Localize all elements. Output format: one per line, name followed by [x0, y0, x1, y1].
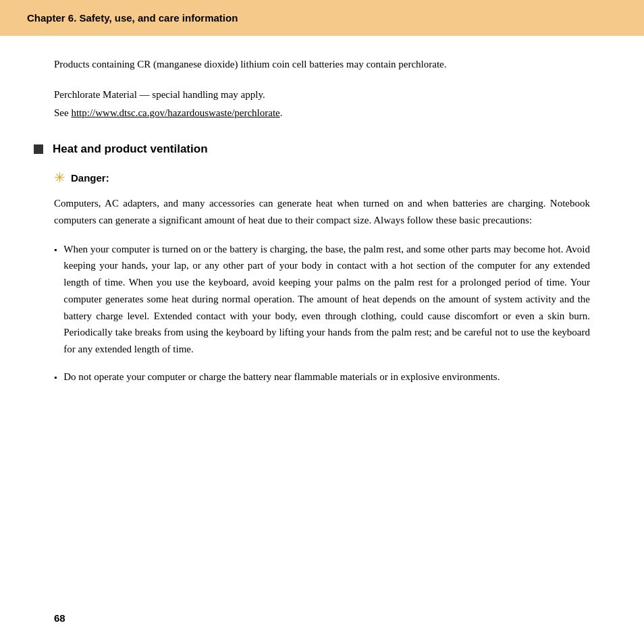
section-heading-text: Heat and product ventilation — [53, 142, 208, 156]
danger-block: ✳ Danger: — [54, 169, 590, 186]
danger-label: Danger: — [71, 172, 109, 184]
bullet-marker-1: ▪ — [54, 244, 57, 257]
perchlorate-line1: Perchlorate Material — special handling … — [54, 89, 265, 100]
page-wrapper: Chapter 6. Safety, use, and care informa… — [0, 0, 644, 644]
page-number: 68 — [54, 612, 65, 624]
bullet-text-1: When your computer is turned on or the b… — [63, 241, 590, 358]
perchlorate-link[interactable]: http://www.dtsc.ca.gov/hazardouswaste/pe… — [71, 107, 279, 118]
bullet-item-2: ▪ Do not operate your computer or charge… — [54, 369, 590, 385]
bullet-list: ▪ When your computer is turned on or the… — [54, 241, 590, 385]
perchlorate-paragraph: Perchlorate Material — special handling … — [54, 86, 590, 122]
danger-paragraph: Computers, AC adapters, and many accesso… — [54, 195, 590, 229]
danger-star-icon: ✳ — [54, 169, 65, 186]
section-square-icon — [34, 144, 43, 154]
intro-paragraph-1: Products containing CR (manganese dioxid… — [54, 56, 590, 72]
section-heading: Heat and product ventilation — [34, 142, 590, 156]
perchlorate-see: See — [54, 107, 71, 118]
perchlorate-end: . — [280, 107, 283, 118]
content-area: Products containing CR (manganese dioxid… — [0, 36, 644, 423]
bullet-marker-2: ▪ — [54, 371, 57, 385]
bullet-text-2: Do not operate your computer or charge t… — [63, 369, 590, 385]
chapter-title: Chapter 6. Safety, use, and care informa… — [27, 12, 238, 24]
chapter-header: Chapter 6. Safety, use, and care informa… — [0, 0, 644, 36]
bullet-item-1: ▪ When your computer is turned on or the… — [54, 241, 590, 358]
